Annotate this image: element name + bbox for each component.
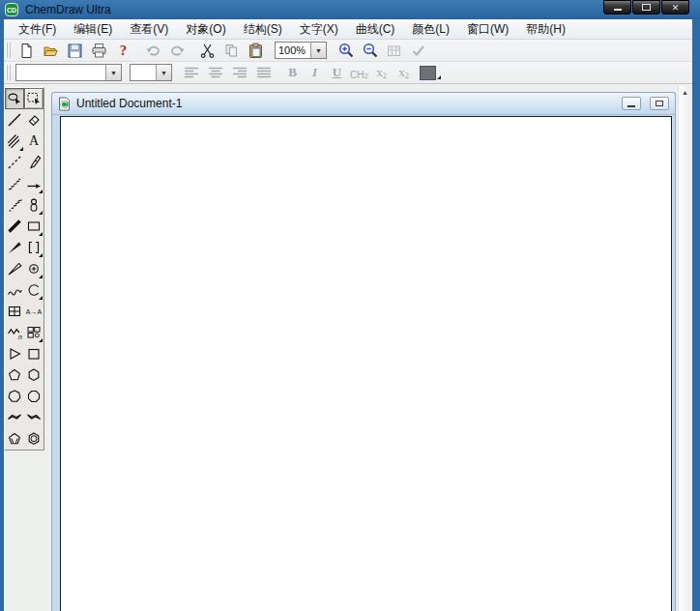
toolbar-grip[interactable]: [6, 65, 11, 80]
multiple-bond-tool[interactable]: [5, 131, 24, 152]
font-size-combo[interactable]: ▼: [130, 64, 172, 81]
cyclopentadiene-ring-tool[interactable]: [5, 428, 24, 450]
menu-item-curves[interactable]: 曲线(C): [347, 19, 404, 40]
align-right-button[interactable]: [228, 63, 250, 83]
text-tool[interactable]: A: [24, 131, 44, 152]
arc-tool[interactable]: [24, 279, 44, 301]
paste-button[interactable]: [245, 41, 267, 61]
bold-bond-tool[interactable]: [5, 216, 24, 237]
orbital-tool[interactable]: [24, 194, 44, 216]
menu-item-colors[interactable]: 颜色(L): [403, 19, 458, 40]
color-swatch-button[interactable]: [420, 66, 436, 80]
underline-button[interactable]: U: [327, 64, 347, 82]
chemical-symbol-tool[interactable]: [24, 258, 44, 279]
polymer-zigzag-icon: n: [7, 325, 22, 340]
maximize-button[interactable]: [632, 0, 660, 15]
dashed-bond-icon: [7, 155, 22, 170]
wavy-bond-tool[interactable]: [5, 279, 24, 301]
periodic-table-button[interactable]: [383, 41, 405, 61]
toolbar-grip[interactable]: [6, 43, 11, 58]
marquee-tool[interactable]: [24, 88, 44, 109]
hashed-bond-icon: [7, 176, 22, 191]
solid-bond-tool[interactable]: [5, 109, 24, 131]
rectangle-tool[interactable]: [24, 216, 44, 237]
flyout-arrow-icon: [39, 296, 43, 300]
undo-button[interactable]: [142, 41, 164, 61]
about-help-button[interactable]: ?: [112, 41, 134, 61]
menu-item-view[interactable]: 查看(V): [121, 19, 177, 40]
cyclooctane-ring-tool[interactable]: [24, 386, 44, 407]
hashed-bond-tool[interactable]: [5, 173, 24, 194]
triangle-ring-icon: [7, 346, 22, 362]
document-title-bar[interactable]: Untitled Document-1: [52, 93, 675, 115]
font-dropdown-button[interactable]: ▼: [105, 65, 121, 80]
font-size-dropdown-button[interactable]: ▼: [156, 65, 171, 80]
zoom-dropdown-button[interactable]: ▼: [310, 43, 326, 58]
flyout-arrow-icon: [39, 232, 43, 236]
dashed-bond-tool[interactable]: [5, 152, 24, 173]
cyclohexane-ring-tool[interactable]: [24, 364, 44, 386]
menu-item-help[interactable]: 帮助(H): [517, 19, 574, 40]
scroll-up-button[interactable]: ▲: [679, 86, 691, 99]
zoom-combo[interactable]: 100% ▼: [275, 42, 327, 59]
cyclopentane-ring-tool[interactable]: [5, 364, 24, 386]
check-structure-button[interactable]: [407, 41, 429, 61]
document-canvas[interactable]: [60, 116, 672, 611]
chevron-down-icon: ▼: [160, 70, 167, 76]
menu-item-text[interactable]: 文字(X): [291, 19, 347, 40]
save-button[interactable]: [64, 41, 86, 61]
redo-button[interactable]: [166, 41, 189, 61]
polymer-repeat-tool[interactable]: n: [5, 322, 24, 343]
hashed-wedge-bond-tool[interactable]: [5, 194, 24, 216]
font-combo[interactable]: ▼: [15, 64, 122, 81]
close-button[interactable]: ✕: [661, 0, 689, 15]
align-center-button[interactable]: [204, 63, 226, 83]
cyclopropane-ring-tool[interactable]: [5, 343, 24, 364]
lasso-tool[interactable]: [5, 88, 24, 109]
atom-to-atom-tool[interactable]: A→A: [24, 301, 44, 322]
table-tool[interactable]: [5, 301, 24, 322]
zoom-out-button[interactable]: [359, 41, 381, 61]
font-value: [16, 65, 105, 80]
open-button[interactable]: [40, 41, 62, 61]
benzene-ring-tool[interactable]: [24, 428, 44, 450]
align-left-icon: [183, 66, 200, 79]
subscript-button[interactable]: x2: [371, 64, 392, 82]
menu-item-edit[interactable]: 编辑(E): [65, 19, 121, 40]
table-icon: [7, 304, 22, 319]
menu-item-object[interactable]: 对象(O): [177, 19, 234, 40]
align-left-button[interactable]: [180, 63, 202, 83]
undo-icon: [145, 43, 161, 59]
templates-tool[interactable]: [24, 322, 44, 343]
hashed-wedge-bond-icon: [7, 197, 22, 213]
italic-button[interactable]: I: [305, 64, 325, 82]
print-button[interactable]: [88, 41, 110, 61]
wedge-bond-tool[interactable]: [5, 237, 24, 258]
hollow-wedge-bond-tool[interactable]: [5, 258, 24, 279]
menu-item-window[interactable]: 窗口(W): [458, 19, 517, 40]
formula-button[interactable]: CH2: [349, 64, 369, 82]
copy-button[interactable]: [220, 41, 243, 61]
bracket-tool[interactable]: [24, 237, 44, 258]
eraser-tool[interactable]: [24, 109, 44, 131]
vertical-scrollbar[interactable]: ▲: [678, 86, 691, 611]
align-justify-button[interactable]: [252, 63, 275, 83]
lasso-icon: [7, 91, 22, 106]
menu-item-structure[interactable]: 结构(S): [235, 19, 291, 40]
document-maximize-button[interactable]: [650, 97, 669, 110]
document-minimize-button[interactable]: [622, 97, 641, 110]
menu-item-file[interactable]: 文件(F): [10, 19, 65, 40]
cut-button[interactable]: [196, 41, 219, 61]
chair-cyclohexane-1-tool[interactable]: [5, 407, 24, 428]
pen-tool[interactable]: [24, 152, 44, 173]
cycloheptane-ring-tool[interactable]: [5, 386, 24, 407]
new-document-button[interactable]: [15, 41, 38, 61]
title-bar[interactable]: CD ChemDraw Ultra ✕: [0, 0, 700, 19]
minimize-button[interactable]: [603, 0, 631, 15]
superscript-button[interactable]: x2: [394, 64, 414, 82]
arrow-tool[interactable]: [24, 173, 44, 194]
zoom-in-button[interactable]: [335, 41, 357, 61]
chair-cyclohexane-2-tool[interactable]: [24, 407, 44, 428]
cyclobutane-ring-tool[interactable]: [24, 343, 44, 364]
bold-button[interactable]: B: [282, 64, 303, 82]
